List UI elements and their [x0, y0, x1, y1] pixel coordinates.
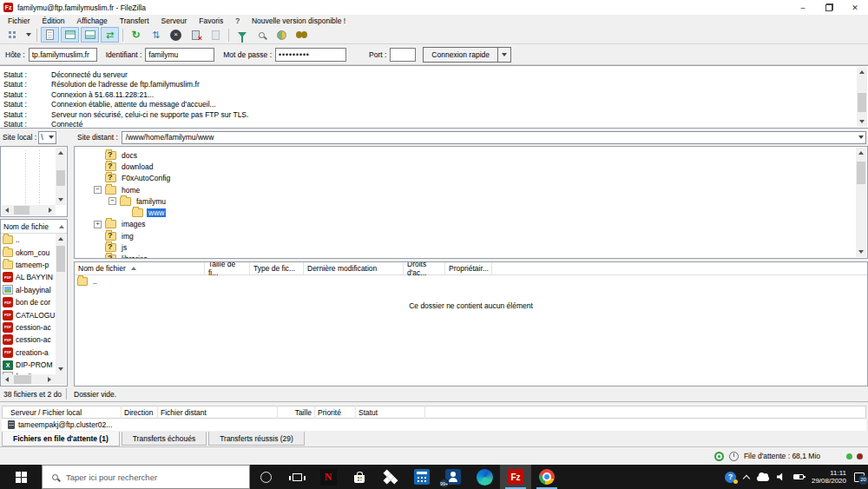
local-file-row[interactable]: cession-ac	[1, 321, 56, 334]
scroll-up-arrow[interactable]	[56, 234, 66, 244]
edge-button[interactable]	[469, 465, 500, 489]
menu-item[interactable]: Favoris	[193, 17, 229, 25]
local-file-row[interactable]: CATALOGU	[1, 308, 56, 320]
reconnect-button[interactable]	[207, 27, 225, 43]
calculator-button[interactable]	[406, 465, 437, 489]
local-file-row[interactable]: ..	[1, 234, 56, 246]
disconnect-button[interactable]	[187, 27, 205, 43]
menu-item[interactable]: ?	[229, 17, 246, 25]
queue-tab[interactable]: Transferts échoués	[122, 432, 207, 446]
column-header[interactable]: Dernière modification	[304, 262, 404, 275]
remote-tree-vscrollbar[interactable]	[856, 148, 866, 257]
remote-tree-item[interactable]: download	[75, 161, 867, 172]
scroll-up-arrow[interactable]	[857, 67, 867, 77]
column-header[interactable]: Nom de fichier	[75, 262, 205, 275]
get-help-tray-icon[interactable]: ?	[725, 472, 736, 483]
scroll-thumb[interactable]	[857, 162, 865, 184]
quickconnect-dropdown-button[interactable]	[498, 47, 511, 63]
remote-tree-item[interactable]: images	[75, 219, 867, 230]
local-file-row[interactable]: creation-a	[1, 347, 56, 359]
column-header[interactable]: Droits d'ac...	[404, 262, 445, 275]
remote-tree-item[interactable]: home	[75, 184, 867, 195]
tray-expand-chevron-icon[interactable]	[743, 474, 750, 481]
task-view-button[interactable]	[281, 465, 312, 489]
start-button[interactable]	[0, 465, 42, 489]
cancel-button[interactable]: ×	[167, 27, 185, 43]
scroll-down-arrow[interactable]	[56, 364, 66, 374]
microsoft-store-button[interactable]	[344, 465, 375, 489]
menu-item[interactable]: Serveur	[155, 17, 194, 25]
local-file-row[interactable]: al-bayyinal	[1, 284, 56, 296]
parent-directory-row[interactable]: ..	[75, 275, 867, 287]
vertical-splitter[interactable]	[68, 146, 74, 387]
scroll-right-arrow[interactable]	[45, 205, 56, 215]
column-header[interactable]: Taille de fi...	[205, 262, 250, 275]
scroll-thumb[interactable]	[56, 246, 65, 272]
chrome-button[interactable]	[531, 465, 562, 489]
directory-comparison-button[interactable]	[253, 27, 271, 43]
queue-column-header[interactable]: Serveur / Fichier local	[8, 406, 122, 419]
column-header[interactable]: Propriétair...	[445, 262, 492, 275]
local-file-row[interactable]: tameem-p	[1, 259, 56, 271]
taskbar-search[interactable]: Taper ici pour rechercher	[42, 465, 250, 489]
local-list-hscrollbar[interactable]	[2, 374, 66, 385]
scroll-down-arrow[interactable]	[857, 116, 867, 127]
tree-expander[interactable]	[94, 186, 102, 194]
search-files-button[interactable]	[293, 27, 311, 43]
menu-item[interactable]: Édition	[36, 17, 71, 25]
scroll-right-arrow[interactable]	[44, 374, 55, 385]
log-scrollbar[interactable]	[857, 67, 867, 127]
notification-center-icon[interactable]: 20	[854, 472, 865, 482]
menu-item[interactable]: Affichage	[71, 17, 114, 25]
refresh-button[interactable]: ↻	[127, 27, 145, 43]
netflix-button[interactable]: N	[312, 465, 344, 489]
column-name-header[interactable]: Nom de fichie	[3, 222, 49, 231]
scroll-left-arrow[interactable]	[2, 205, 12, 215]
remote-tree-item[interactable]: familymu	[75, 195, 867, 207]
queue-column-header[interactable]: Priorité	[315, 406, 356, 419]
speed-limits-icon[interactable]	[729, 452, 739, 461]
scroll-left-arrow[interactable]	[2, 374, 12, 385]
remote-tree-item[interactable]: img	[75, 230, 867, 241]
volume-icon[interactable]	[777, 472, 786, 481]
quickconnect-button[interactable]: Connexion rapide	[423, 47, 498, 63]
filter-button[interactable]	[233, 27, 251, 43]
local-list-vscrollbar[interactable]	[56, 234, 66, 374]
local-file-row[interactable]: bon de cor	[1, 296, 56, 308]
scroll-thumb[interactable]	[858, 93, 866, 112]
close-button[interactable]: ✕	[842, 0, 868, 15]
remote-tree-item[interactable]: docs	[75, 149, 867, 161]
local-file-row[interactable]: cession-ac	[1, 334, 56, 346]
scroll-thumb[interactable]	[14, 375, 31, 384]
queue-settings-icon[interactable]	[714, 452, 724, 461]
queue-column-header[interactable]: Direction	[122, 406, 158, 419]
process-queue-button[interactable]: ⇅	[147, 27, 165, 43]
host-input[interactable]	[29, 48, 97, 62]
cortana-button[interactable]	[250, 465, 281, 489]
toggle-queue-button[interactable]: ⇄	[101, 27, 119, 43]
password-input[interactable]	[275, 48, 346, 62]
remote-tree-item[interactable]: www	[75, 207, 867, 218]
toggle-message-log-button[interactable]	[41, 27, 59, 43]
port-input[interactable]	[390, 48, 416, 62]
toggle-remote-tree-button[interactable]	[81, 27, 99, 43]
restore-button[interactable]	[816, 0, 842, 15]
queue-column-header[interactable]: Fichier distant	[158, 406, 278, 419]
scroll-down-arrow[interactable]	[856, 247, 866, 257]
menu-item[interactable]: Fichier	[2, 17, 36, 25]
scroll-up-arrow[interactable]	[56, 148, 66, 158]
synchronized-browsing-button[interactable]	[273, 27, 291, 43]
clock[interactable]: 11:11 29/08/2020	[812, 469, 846, 486]
queue-tab[interactable]: Fichiers en file d'attente (1)	[2, 432, 120, 446]
scroll-down-arrow[interactable]	[56, 195, 66, 205]
username-input[interactable]	[145, 48, 214, 62]
queue-column-header[interactable]: Taille	[278, 406, 315, 419]
queue-row[interactable]: tameempakj@ftp.cluster02...	[2, 419, 866, 431]
local-file-row[interactable]: AL BAYYIN	[1, 271, 56, 283]
local-file-row[interactable]: DIP-PROM	[1, 359, 56, 371]
minimize-button[interactable]: –	[790, 0, 816, 15]
menu-item[interactable]: Nouvelle version disponible !	[246, 17, 352, 25]
column-header[interactable]: Type de fic...	[250, 262, 304, 275]
people-app-button[interactable]: 99+	[437, 465, 469, 489]
local-tree-vscrollbar[interactable]	[56, 148, 66, 205]
